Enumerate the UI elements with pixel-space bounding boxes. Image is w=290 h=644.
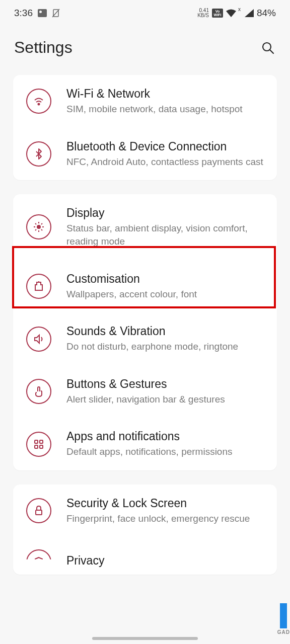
item-subtitle: Fingerprint, face unlock, emergency resc… <box>66 512 265 525</box>
item-title: Wi-Fi & Network <box>66 87 265 101</box>
lock-icon <box>26 498 51 523</box>
item-title: Bluetooth & Device Connection <box>66 140 265 153</box>
svg-line-12 <box>35 229 36 230</box>
settings-group: Display Status bar, ambient display, vis… <box>13 194 277 470</box>
status-clock: 3:36 <box>14 8 33 19</box>
item-title: Display <box>66 206 265 220</box>
item-subtitle: Do not disturb, earphone mode, ringtone <box>66 340 265 353</box>
settings-item-privacy[interactable]: Privacy <box>13 537 277 575</box>
settings-item-customisation[interactable]: Customisation Wallpapers, accent colour,… <box>13 260 277 313</box>
item-title: Apps and notifications <box>66 430 265 443</box>
search-icon <box>261 41 275 55</box>
svg-rect-18 <box>36 510 42 515</box>
settings-group: Security & Lock Screen Fingerprint, face… <box>13 485 277 575</box>
bluetooth-icon <box>26 141 51 167</box>
svg-line-13 <box>41 223 42 224</box>
no-sim-icon <box>52 9 60 18</box>
gallery-icon <box>38 9 47 17</box>
wifi-icon <box>26 89 51 114</box>
item-title: Buttons & Gestures <box>66 377 265 391</box>
gesture-bar[interactable] <box>92 637 198 640</box>
status-bar: 3:36 0.41 KB/S Vo WiFi x 84% <box>0 0 290 26</box>
svg-rect-15 <box>40 440 43 443</box>
sound-icon <box>26 327 51 352</box>
item-subtitle: Status bar, ambient display, vision comf… <box>66 222 265 248</box>
svg-line-10 <box>35 223 36 224</box>
settings-item-bluetooth[interactable]: Bluetooth & Device Connection NFC, Andro… <box>13 128 277 181</box>
page-title: Settings <box>14 38 72 57</box>
item-title: Privacy <box>66 554 265 568</box>
item-title: Security & Lock Screen <box>66 497 265 510</box>
item-subtitle: SIM, mobile network, data usage, hotspot <box>66 103 265 116</box>
watermark-icon <box>280 603 287 628</box>
status-right: 0.41 KB/S Vo WiFi x 84% <box>197 8 276 19</box>
svg-rect-17 <box>40 445 43 448</box>
header: Settings <box>0 26 290 75</box>
customisation-icon <box>26 274 51 299</box>
watermark-text: GAD <box>277 629 290 635</box>
item-subtitle: Alert slider, navigation bar & gestures <box>66 393 265 406</box>
gestures-icon <box>26 379 51 404</box>
svg-line-11 <box>41 229 42 230</box>
battery-percent: 84% <box>257 8 276 19</box>
settings-item-apps-notifications[interactable]: Apps and notifications Default apps, not… <box>13 418 277 470</box>
vowifi-icon: Vo WiFi <box>212 9 223 18</box>
watermark: GAD <box>277 603 290 635</box>
svg-line-3 <box>270 50 273 53</box>
svg-rect-14 <box>35 440 38 443</box>
svg-point-4 <box>38 104 40 105</box>
status-left: 3:36 <box>14 8 60 19</box>
privacy-icon <box>26 549 51 575</box>
wifi-status-icon <box>226 9 236 17</box>
item-title: Sounds & Vibration <box>66 325 265 338</box>
item-subtitle: NFC, Android Auto, contactless payments … <box>66 155 265 169</box>
data-rate: 0.41 KB/S <box>197 8 209 18</box>
item-subtitle: Wallpapers, accent colour, font <box>66 288 265 301</box>
svg-rect-16 <box>35 445 38 448</box>
settings-item-security[interactable]: Security & Lock Screen Fingerprint, face… <box>13 485 277 537</box>
signal-x: x <box>238 7 241 12</box>
settings-item-buttons-gestures[interactable]: Buttons & Gestures Alert slider, navigat… <box>13 365 277 418</box>
settings-group: Wi-Fi & Network SIM, mobile network, dat… <box>13 75 277 180</box>
svg-point-5 <box>37 225 41 229</box>
settings-item-sounds[interactable]: Sounds & Vibration Do not disturb, earph… <box>13 312 277 365</box>
item-subtitle: Default apps, notifications, permissions <box>66 445 265 458</box>
display-icon <box>26 214 51 239</box>
apps-icon <box>26 432 51 457</box>
settings-item-display[interactable]: Display Status bar, ambient display, vis… <box>13 194 277 260</box>
cell-signal-icon <box>245 9 254 17</box>
item-title: Customisation <box>66 272 265 286</box>
search-button[interactable] <box>260 40 276 56</box>
settings-item-wifi[interactable]: Wi-Fi & Network SIM, mobile network, dat… <box>13 75 277 128</box>
